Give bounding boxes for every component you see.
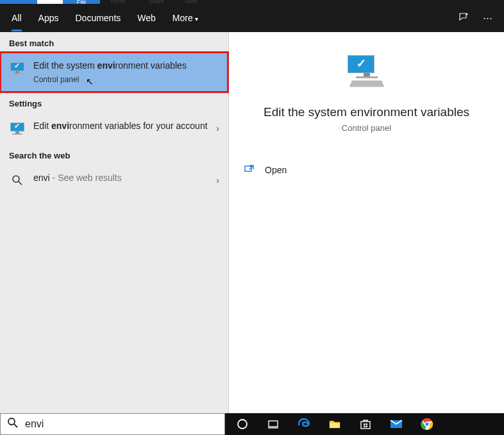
file-explorer-icon[interactable] [325,414,344,434]
task-view-icon[interactable] [264,414,283,434]
svg-line-2 [19,182,22,185]
section-search-web: Search the web [0,144,228,164]
web-result-text: envi - See web results [33,173,122,183]
edge-icon[interactable] [294,414,314,434]
svg-point-17 [425,422,429,426]
action-open-label: Open [265,165,287,175]
preview-panel: ✓ Edit the system environment variables … [229,32,504,413]
search-bar[interactable] [0,413,225,435]
more-horizontal-icon[interactable]: ⋯ [483,12,492,24]
tab-documents[interactable]: Documents [75,13,121,23]
control-panel-monitor-icon: ✓ [9,120,26,137]
tab-more[interactable]: More [172,13,198,23]
tab-web[interactable]: Web [137,13,156,23]
svg-rect-11 [364,423,365,425]
ribbon-home[interactable]: Home [110,0,126,4]
mail-icon[interactable] [387,414,406,434]
control-panel-monitor-icon: ✓ [9,60,26,76]
search-icon [7,417,19,431]
microsoft-store-icon[interactable] [356,414,375,434]
preview-title: Edit the system environment variables [264,105,469,119]
chevron-right-icon[interactable]: › [216,175,219,185]
svg-rect-14 [366,426,368,428]
result-title: Edit environment variables for your acco… [33,121,208,131]
svg-point-6 [238,420,247,429]
result-title: Edit the system environment variables [33,60,187,71]
svg-rect-13 [364,426,365,428]
ribbon-view[interactable]: View [185,0,197,4]
svg-line-5 [14,424,17,427]
preview-hero-icon: ✓ [348,55,386,87]
open-icon [244,164,256,176]
feedback-icon[interactable] [458,12,469,24]
svg-point-4 [8,418,15,425]
search-input[interactable] [25,418,218,430]
ribbon-share[interactable]: Share [149,0,164,4]
chevron-right-icon[interactable]: › [216,123,219,133]
result-edit-user-env-vars[interactable]: ✓ Edit environment variables for your ac… [0,112,228,144]
cortana-icon[interactable] [233,414,252,434]
svg-rect-10 [361,422,370,429]
window-ribbon: File Home Share View [0,0,504,4]
ribbon-file[interactable]: File [63,0,100,4]
search-filter-tabs: All Apps Documents Web More ⋯ [0,4,504,32]
results-panel: Best match ✓ Edit the system environment… [0,32,229,413]
svg-point-0 [466,13,468,15]
taskbar [225,413,504,435]
section-settings: Settings [0,92,228,112]
svg-rect-9 [330,423,340,428]
result-subtitle: Control panel [33,74,219,85]
action-open[interactable]: Open [229,158,504,181]
tab-apps[interactable]: Apps [38,13,59,23]
result-web-search[interactable]: envi - See web results › [0,164,228,196]
svg-rect-12 [366,423,368,425]
search-icon [9,172,26,189]
result-edit-system-env-vars[interactable]: ✓ Edit the system environment variables … [0,52,228,92]
chrome-icon[interactable] [417,414,437,434]
svg-point-1 [13,176,19,182]
section-best-match: Best match [0,32,228,52]
svg-rect-7 [269,421,278,427]
tab-all[interactable]: All [12,13,22,31]
preview-subtitle: Control panel [342,123,391,133]
